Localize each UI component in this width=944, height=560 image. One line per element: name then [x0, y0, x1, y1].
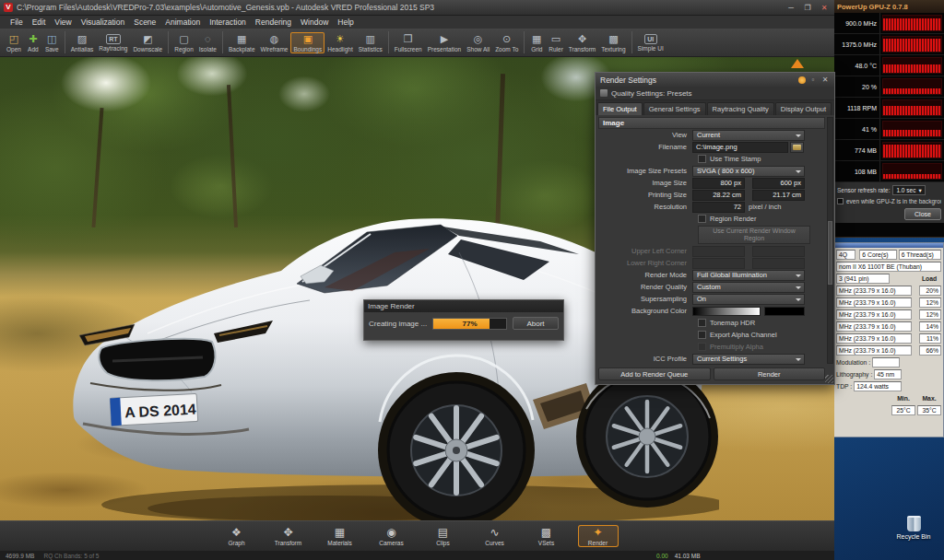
upper-left-y-input[interactable]: [752, 246, 805, 257]
menu-window[interactable]: Window: [296, 18, 333, 27]
background-color-swatch[interactable]: [764, 307, 805, 316]
refresh-rate-dropdown[interactable]: 1.0 sec▾: [892, 185, 925, 195]
menu-animation[interactable]: Animation: [160, 18, 205, 27]
tonemap-hdr-checkbox[interactable]: [698, 319, 706, 327]
cpu-selector-dropdown[interactable]: 4Q: [836, 250, 856, 260]
region-render-checkbox[interactable]: [698, 215, 706, 223]
tool-add[interactable]: ✚Add: [24, 32, 42, 53]
minimize-button[interactable]: ─: [785, 4, 797, 12]
printing-height-input[interactable]: 21.17 cm: [752, 190, 805, 201]
menu-file[interactable]: File: [6, 18, 28, 27]
module-render[interactable]: ✦Render: [578, 525, 619, 547]
tool-zoom-to[interactable]: ⊙Zoom To: [492, 32, 521, 53]
abort-button[interactable]: Abort: [513, 317, 559, 330]
background-refresh-checkbox[interactable]: [837, 198, 844, 204]
browse-button[interactable]: [790, 142, 804, 153]
printing-size-label: Printing Size: [598, 191, 692, 199]
help-icon[interactable]: [798, 76, 806, 84]
image-width-input[interactable]: 800 px: [692, 178, 745, 189]
tool-grid[interactable]: ▦Grid: [527, 32, 546, 53]
filename-input[interactable]: C:\image.png: [692, 142, 788, 153]
sensor-graph: [882, 142, 942, 158]
open-icon: ◰: [7, 33, 20, 45]
background-gradient-slider[interactable]: [692, 307, 761, 316]
tool-boundings[interactable]: ▣Boundings: [290, 32, 324, 53]
tool-open[interactable]: ◰Open: [4, 32, 24, 53]
add-to-render-queue-button[interactable]: Add to Render Queue: [598, 368, 711, 380]
lower-right-y-input[interactable]: [752, 258, 805, 269]
scrollbar-thumb[interactable]: [828, 221, 832, 285]
tool-texturing[interactable]: ▩Texturing: [598, 32, 628, 53]
view-dropdown[interactable]: Current: [692, 130, 805, 141]
gpuz-titlebar: PowerUp GPU-Z 0.7.8: [834, 0, 944, 13]
module-clips[interactable]: ▤Clips: [423, 525, 464, 547]
tool-statistics[interactable]: ▥Statistics: [356, 32, 385, 53]
module-transform[interactable]: ✥Transform: [268, 525, 309, 547]
tool-headlight[interactable]: ☀Headlight: [324, 32, 355, 53]
use-time-stamp-checkbox[interactable]: [698, 155, 706, 163]
tool-downscale[interactable]: ◩Downscale: [130, 32, 165, 53]
maximize-button[interactable]: ❐: [801, 4, 814, 12]
close-button[interactable]: ✕: [818, 4, 831, 12]
wireframe-icon: ◍: [267, 33, 280, 45]
tool-save[interactable]: ◫Save: [42, 32, 62, 53]
tab-raytracing-quality[interactable]: Raytracing Quality: [707, 102, 774, 115]
tab-display-output[interactable]: Display Output: [775, 102, 832, 115]
menu-edit[interactable]: Edit: [28, 18, 51, 27]
image-height-input[interactable]: 600 px: [752, 178, 805, 189]
tool-show-all[interactable]: ◎Show All: [464, 32, 492, 53]
recycle-bin[interactable]: Recycle Bin: [895, 516, 932, 540]
gpuz-close-button[interactable]: Close: [904, 208, 941, 220]
module-graph[interactable]: ❖Graph: [217, 525, 257, 547]
menu-scene[interactable]: Scene: [129, 18, 160, 27]
premultiply-alpha-checkbox[interactable]: [698, 343, 706, 351]
image-size-presets-label: Image Size Presets: [598, 167, 692, 175]
menu-view[interactable]: View: [50, 18, 76, 27]
module-vsets[interactable]: ▩VSets: [526, 525, 567, 547]
render-quality-dropdown[interactable]: Custom: [692, 282, 805, 293]
close-panel-icon[interactable]: ✕: [820, 76, 830, 84]
tool-raytracing[interactable]: RTRaytracing: [96, 32, 130, 52]
printing-width-input[interactable]: 28.22 cm: [692, 190, 745, 201]
headlight-icon: ☀: [334, 33, 347, 45]
module-cameras[interactable]: ◉Cameras: [372, 525, 412, 547]
tool-antialias[interactable]: ▨Antialias: [68, 32, 97, 53]
menu-rendering[interactable]: Rendering: [251, 18, 296, 27]
sensor-graph: [882, 121, 942, 137]
render-mode-dropdown[interactable]: Full Global Illumination: [692, 270, 805, 281]
tool-backplate[interactable]: ▦Backplate: [226, 32, 258, 53]
menu-interaction[interactable]: Interaction: [205, 18, 251, 27]
tool-wireframe[interactable]: ◍Wireframe: [258, 32, 291, 53]
module-materials[interactable]: ▦Materials: [320, 525, 360, 547]
tab-file-output[interactable]: File Output: [597, 102, 643, 115]
export-alpha-checkbox[interactable]: [698, 331, 706, 339]
supersampling-dropdown[interactable]: On: [692, 294, 805, 305]
tool-region[interactable]: ▢Region: [171, 32, 196, 53]
sensor-value: 20 %: [834, 76, 880, 97]
add-icon: ✚: [27, 33, 40, 45]
render-button[interactable]: Render: [714, 368, 826, 380]
settings-scrollbar[interactable]: [827, 117, 833, 364]
menu-help[interactable]: Help: [333, 18, 358, 27]
lower-right-x-input[interactable]: [692, 258, 745, 269]
tool-transform[interactable]: ✥Transform: [566, 32, 598, 53]
tool-isolate[interactable]: ◌Isolate: [196, 32, 219, 53]
module-curves[interactable]: ∿Curves: [475, 525, 515, 547]
icc-profile-dropdown[interactable]: Current Settings: [692, 354, 805, 365]
tool-presentation[interactable]: ▶Presentation: [425, 32, 465, 53]
tool-fullscreen[interactable]: ❒Fullscreen: [392, 32, 425, 53]
use-current-region-button[interactable]: Use Current Render Window Region: [698, 226, 810, 244]
resize-grip[interactable]: [825, 375, 833, 383]
quality-presets-row[interactable]: Quality Settings: Presets: [596, 87, 834, 100]
core-load: 11%: [919, 333, 941, 344]
tool-simple-ui[interactable]: UISimple UI: [635, 32, 667, 52]
resolution-input[interactable]: 72: [692, 202, 745, 213]
tab-general-settings[interactable]: General Settings: [643, 102, 706, 115]
upper-left-x-input[interactable]: [692, 246, 745, 257]
core-frequency: MHz (233.79 x 16.0): [836, 298, 912, 308]
core-frequency: MHz (233.79 x 16.0): [836, 345, 912, 356]
undock-icon[interactable]: ▫: [808, 76, 818, 84]
image-size-presets-dropdown[interactable]: SVGA ( 800 x 600): [692, 166, 805, 177]
menu-visualization[interactable]: Visualization: [77, 18, 130, 27]
tool-ruler[interactable]: ▭Ruler: [546, 32, 566, 53]
